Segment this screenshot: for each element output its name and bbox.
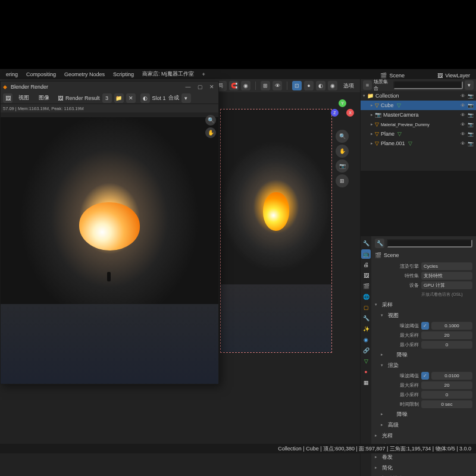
- close-button[interactable]: ✕: [208, 83, 216, 91]
- simplify-section[interactable]: ▸简化: [372, 462, 475, 473]
- noise-threshold-checkbox[interactable]: ✓: [421, 322, 429, 330]
- nav-gizmo[interactable]: Y X Z: [329, 99, 355, 126]
- workspace-tab[interactable]: Scripting: [109, 70, 137, 79]
- max-samples-input[interactable]: 20: [421, 331, 472, 339]
- restrict-select-icon[interactable]: 👁: [459, 93, 466, 99]
- render-noise-threshold-checkbox[interactable]: ✓: [421, 372, 429, 380]
- workspace-tab[interactable]: ering: [2, 70, 21, 79]
- display-channels-icon[interactable]: ◐: [140, 93, 150, 103]
- modifier-tab-icon[interactable]: 🔧: [361, 314, 371, 323]
- pass-selector[interactable]: ▾: [181, 93, 191, 103]
- minimize-button[interactable]: —: [184, 83, 192, 91]
- render-toggle[interactable]: 📷: [467, 140, 474, 147]
- disclosure-triangle-icon[interactable]: ▸: [371, 103, 373, 108]
- tool-tab-icon[interactable]: 🔧: [361, 239, 371, 248]
- denoise-checkbox[interactable]: [388, 352, 394, 358]
- unlink-button[interactable]: ✕: [126, 93, 136, 103]
- new-image-button[interactable]: 📁: [114, 93, 124, 103]
- render-max-samples-input[interactable]: 20: [421, 381, 472, 389]
- slot-selector[interactable]: Slot 1: [152, 95, 166, 101]
- snap-toggle[interactable]: 🧲: [229, 81, 239, 90]
- disclosure-triangle-icon[interactable]: ▸: [371, 122, 373, 127]
- scene-tab-icon[interactable]: 🎬: [361, 281, 371, 291]
- render-engine-dropdown[interactable]: Cycles: [421, 262, 472, 270]
- outliner-row-collection[interactable]: ▾ 📁 Collection 👁📷: [361, 91, 476, 101]
- shading-material[interactable]: ◐: [316, 81, 325, 90]
- xray-toggle[interactable]: 👁: [273, 81, 282, 90]
- render-toggle[interactable]: 📷: [467, 112, 474, 118]
- visibility-toggle[interactable]: 👁: [459, 131, 466, 137]
- shading-rendered[interactable]: ◉: [328, 81, 337, 90]
- axis-z[interactable]: Z: [331, 109, 339, 117]
- data-tab-icon[interactable]: ▽: [361, 356, 371, 366]
- fake-user-toggle[interactable]: 3: [102, 93, 112, 103]
- physics-tab-icon[interactable]: ◉: [361, 335, 371, 345]
- visibility-toggle[interactable]: 👁: [459, 121, 466, 128]
- render-noise-threshold-input[interactable]: 0.0100: [431, 372, 472, 380]
- sampling-section[interactable]: ▾采样: [372, 299, 475, 310]
- render-toggle[interactable]: 📷: [467, 121, 474, 128]
- light-paths-section[interactable]: ▸光程: [372, 430, 475, 441]
- outliner-row-camera[interactable]: ▸ 📷 MasterCamera 👁📷: [361, 110, 476, 120]
- particles-tab-icon[interactable]: ✨: [361, 324, 371, 334]
- editor-type-icon[interactable]: 🔧: [375, 239, 384, 248]
- denoise-section[interactable]: ▸降噪: [372, 349, 475, 360]
- workspace-tab[interactable]: Compositing: [23, 70, 60, 79]
- render-sampling-section[interactable]: ▾渲染: [372, 360, 475, 371]
- outliner-row-plane001[interactable]: ▸ ▽ Plane.001 ▽ 👁📷: [361, 139, 476, 148]
- editor-type-icon[interactable]: 🖼: [3, 93, 12, 103]
- image-menu-view[interactable]: 视图: [15, 93, 33, 103]
- image-datablock[interactable]: 🖼 Render Result: [58, 95, 100, 101]
- overlay-toggle[interactable]: ⊞: [261, 81, 270, 90]
- device-dropdown[interactable]: GPU 计算: [421, 281, 472, 289]
- viewlayer-tab-icon[interactable]: 🖼: [361, 271, 371, 280]
- axis-y[interactable]: Y: [339, 99, 346, 107]
- axis-x[interactable]: X: [346, 109, 354, 117]
- object-tab-icon[interactable]: ▢: [361, 303, 371, 312]
- filter-icon[interactable]: ▾: [465, 80, 474, 90]
- perspective-toggle-icon[interactable]: ⊞: [336, 174, 349, 187]
- outliner-row-material-dummy[interactable]: ▸ ▽ Material_Preview_Dummy 👁📷: [361, 120, 476, 129]
- render-toggle[interactable]: 📷: [467, 131, 474, 137]
- render-denoise-section[interactable]: ▸降噪: [372, 409, 475, 419]
- render-canvas[interactable]: 🔍 ✋: [1, 112, 218, 384]
- render-tab-icon[interactable]: 📺: [361, 249, 371, 259]
- restrict-render-icon[interactable]: 📷: [467, 93, 474, 99]
- constraints-tab-icon[interactable]: 🔗: [361, 346, 371, 355]
- render-min-samples-input[interactable]: 0: [421, 391, 472, 399]
- world-tab-icon[interactable]: 🌐: [361, 292, 371, 302]
- output-tab-icon[interactable]: 🖨: [361, 260, 371, 270]
- pan-icon[interactable]: ✋: [205, 127, 216, 138]
- outliner-row-plane[interactable]: ▸ ▽ Plane ▽ 👁📷: [361, 129, 476, 139]
- feature-set-dropdown[interactable]: 支持特性: [421, 272, 472, 280]
- outliner-editor-icon[interactable]: ≡: [363, 80, 372, 90]
- proportional-edit-toggle[interactable]: ◉: [241, 81, 250, 90]
- outliner-row-cube[interactable]: ▸ ▽ Cube ▽ 👁📷: [361, 101, 476, 110]
- motion-blur-section[interactable]: ▸运动模糊: [372, 473, 475, 476]
- image-menu-image[interactable]: 图像: [35, 93, 53, 103]
- options-dropdown[interactable]: 选项: [340, 81, 358, 91]
- visibility-toggle[interactable]: 👁: [459, 112, 466, 118]
- outliner-search-input[interactable]: [393, 81, 463, 89]
- min-samples-input[interactable]: 0: [421, 341, 472, 349]
- properties-search-input[interactable]: [387, 239, 472, 248]
- viewport-sampling-section[interactable]: ▾视图: [372, 310, 475, 321]
- zoom-icon[interactable]: 🔍: [205, 115, 216, 126]
- advanced-section[interactable]: ▸高级: [372, 419, 475, 430]
- visibility-toggle[interactable]: 👁: [459, 140, 466, 147]
- time-limit-input[interactable]: 0 sec: [421, 400, 472, 408]
- material-tab-icon[interactable]: ●: [361, 367, 371, 377]
- shading-solid[interactable]: ●: [304, 81, 314, 90]
- camera-view-icon[interactable]: 📷: [336, 159, 349, 173]
- workspace-tab[interactable]: Geometry Nodes: [61, 70, 108, 79]
- disclosure-triangle-icon[interactable]: ▾: [363, 93, 365, 98]
- shading-wireframe[interactable]: ⊡: [292, 81, 302, 90]
- workspace-add[interactable]: +: [199, 70, 209, 79]
- workspace-extra[interactable]: 商家店: Mj魔器工作室: [139, 69, 198, 79]
- pan-tool-icon[interactable]: ✋: [336, 145, 349, 158]
- maximize-button[interactable]: ▢: [196, 83, 204, 91]
- texture-tab-icon[interactable]: ▦: [361, 378, 371, 387]
- disclosure-triangle-icon[interactable]: ▸: [371, 141, 373, 146]
- disclosure-triangle-icon[interactable]: ▸: [371, 131, 373, 136]
- render-denoise-checkbox[interactable]: [388, 411, 394, 418]
